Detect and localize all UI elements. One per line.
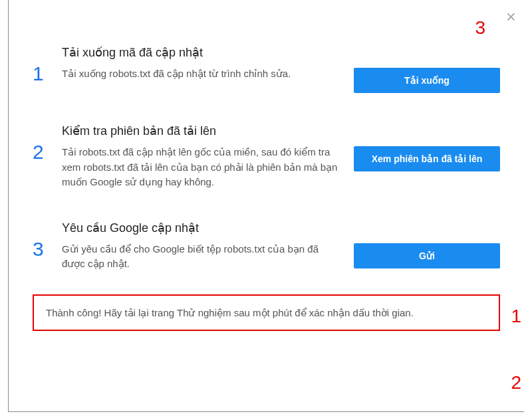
step-1: 1 Tải xuống mã đã cập nhật Tải xuống rob… [33, 45, 500, 93]
step-number: 2 [33, 124, 62, 163]
step-2: 2 Kiểm tra phiên bản đã tải lên Tải robo… [33, 124, 500, 190]
step-action: Tải xuống [354, 45, 500, 93]
step-action: Gửi [354, 221, 500, 268]
annotation-2: 2 [511, 372, 521, 393]
step-title: Kiểm tra phiên bản đã tải lên [62, 124, 344, 138]
step-body: Kiểm tra phiên bản đã tải lên Tải robots… [62, 124, 354, 190]
step-description: Tải xuống robots.txt đã cập nhật từ trìn… [62, 66, 344, 82]
step-title: Tải xuống mã đã cập nhật [62, 45, 344, 60]
view-uploaded-button[interactable]: Xem phiên bản đã tải lên [354, 146, 500, 171]
step-description: Gửi yêu cầu để cho Google biết tệp robot… [62, 242, 344, 272]
download-button[interactable]: Tải xuống [354, 68, 500, 93]
step-description: Tải robots.txt đã cập nhật lên gốc của m… [62, 145, 344, 190]
success-message: Thành công! Hãy tải lại trang Thử nghiệm… [33, 294, 500, 331]
close-icon[interactable]: × [506, 8, 516, 25]
step-title: Yêu cầu Google cập nhật [62, 221, 344, 235]
step-number: 1 [33, 45, 62, 85]
submit-button[interactable]: Gửi [354, 243, 500, 268]
step-action: Xem phiên bản đã tải lên [354, 124, 500, 171]
robots-update-dialog: × 1 Tải xuống mã đã cập nhật Tải xuống r… [8, 0, 524, 412]
step-body: Yêu cầu Google cập nhật Gửi yêu cầu để c… [62, 221, 354, 272]
annotation-3: 3 [475, 17, 485, 39]
annotation-1: 1 [511, 306, 521, 327]
step-3: 3 Yêu cầu Google cập nhật Gửi yêu cầu để… [33, 221, 500, 272]
step-body: Tải xuống mã đã cập nhật Tải xuống robot… [62, 45, 354, 82]
step-number: 3 [33, 221, 62, 261]
